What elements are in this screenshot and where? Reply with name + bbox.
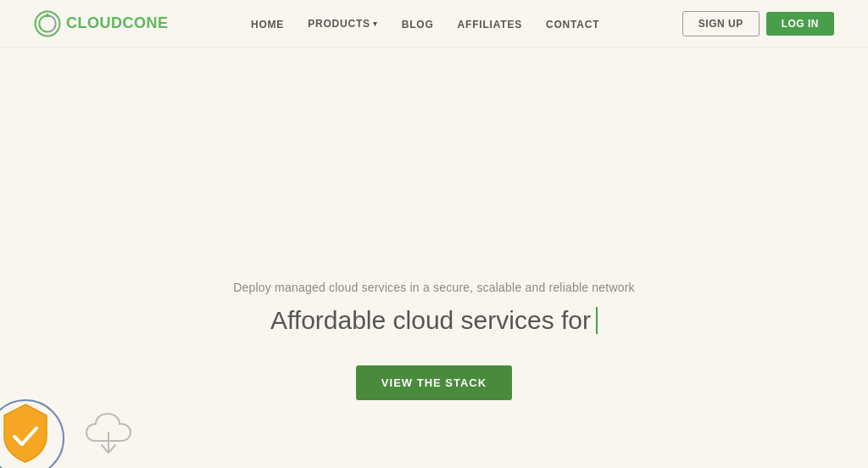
nav-link-affiliates[interactable]: AFFILIATES xyxy=(458,19,522,31)
logo-text: CLOUDCONE xyxy=(66,14,169,32)
nav-item-affiliates[interactable]: AFFILIATES xyxy=(458,16,522,31)
chevron-down-icon: ▾ xyxy=(373,20,378,28)
nav-item-blog[interactable]: BLOG xyxy=(402,16,434,31)
nav-item-products[interactable]: PRODUCTS ▾ xyxy=(308,18,378,30)
hero-title: Affordable cloud services for xyxy=(270,306,598,335)
hero-section: Deploy managed cloud services in a secur… xyxy=(0,47,868,468)
nav-buttons: SIGN UP LOG IN xyxy=(682,11,834,36)
hero-title-text: Affordable cloud services for xyxy=(270,306,591,335)
nav-link-contact[interactable]: CONTACT xyxy=(546,19,599,31)
shield-icon-decoration xyxy=(0,387,68,468)
view-stack-button[interactable]: VIEW THE STACK xyxy=(356,365,512,400)
hero-title-cursor xyxy=(596,307,598,334)
cloud-download-icon-decoration xyxy=(85,409,136,460)
nav-links: HOME PRODUCTS ▾ BLOG AFFILIATES CONTACT xyxy=(251,16,599,31)
navbar: CLOUDCONE HOME PRODUCTS ▾ BLOG AFFILIATE… xyxy=(0,0,868,47)
hero-subtitle: Deploy managed cloud services in a secur… xyxy=(233,281,635,294)
nav-link-blog[interactable]: BLOG xyxy=(402,19,434,31)
nav-item-home[interactable]: HOME xyxy=(251,16,284,31)
nav-link-home[interactable]: HOME xyxy=(251,19,284,31)
signup-button[interactable]: SIGN UP xyxy=(682,11,760,36)
logo[interactable]: CLOUDCONE xyxy=(34,10,169,37)
nav-link-products[interactable]: PRODUCTS ▾ xyxy=(308,18,378,30)
cloudcone-logo-icon xyxy=(34,10,61,37)
login-button[interactable]: LOG IN xyxy=(766,12,834,36)
nav-item-contact[interactable]: CONTACT xyxy=(546,16,599,31)
